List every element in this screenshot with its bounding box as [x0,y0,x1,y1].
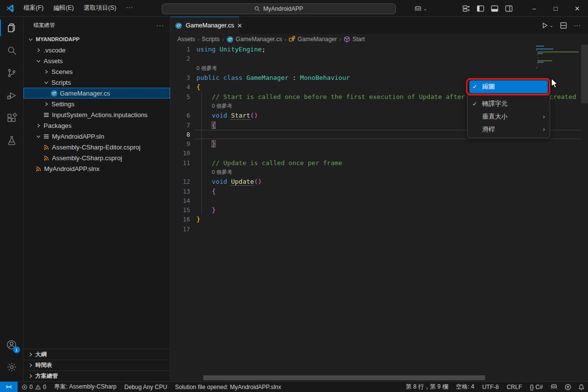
status-bar: >< 0 0 專案: Assembly-CSharp Debug Any CPU… [0,381,588,392]
explorer-more-actions-icon[interactable]: ··· [156,22,164,29]
tree-item-packages[interactable]: Packages [24,120,170,131]
codelens[interactable]: 0 個參考 [171,168,588,177]
tree-item-settings[interactable]: Settings [24,98,170,109]
line-number: 13 [171,188,190,195]
tree-item-assembly-csharp-editor-csproj[interactable]: Assembly-CSharp-Editor.csproj [24,142,170,152]
build-config-indicator[interactable]: Debug Any CPU [121,384,171,391]
tree-item-label: MyAndroidAPP.sln [52,133,104,140]
tree-item-label: GameManager.cs [60,90,110,97]
context-menu-item-label: 縮圖 [482,82,495,91]
cursor-position-indicator[interactable]: 第 8 行，第 9 欄 [402,383,452,391]
codelens[interactable]: 0 個參考 [171,64,588,73]
eol-indicator[interactable]: CRLF [503,384,526,391]
breadcrumb-item-gamemanager[interactable]: GameManager [289,36,337,43]
encoding-indicator[interactable]: UTF-8 [478,384,503,391]
context-menu-item-縮圖[interactable]: ✓縮圖 [469,80,548,93]
tree-item-assembly-csharp-csproj[interactable]: Assembly-CSharp.csproj [24,152,170,163]
toggle-primary-sidebar-icon[interactable] [477,5,484,12]
feedback-icon[interactable] [561,384,575,391]
svg-text:#: # [230,37,232,40]
code-line-17: 17 [171,224,588,234]
tab-close-icon[interactable]: ✕ [237,22,243,29]
minimap[interactable] [536,46,580,71]
context-menu-separator [468,95,549,96]
copilot-button[interactable]: ⌄ [414,3,427,14]
copilot-status-icon[interactable] [547,384,561,390]
line-number: 15 [171,206,190,214]
customize-layout-icon[interactable] [463,5,470,12]
breadcrumb-item-gamemanager-cs[interactable]: C#GameManager.cs [226,36,282,43]
menu-more[interactable]: ··· [122,2,137,14]
context-menu-item-垂直大小[interactable]: 垂直大小› [469,110,548,123]
csharp-file-icon: C# [50,90,58,97]
tree-item-myandroidapp-slnx[interactable]: MyAndroidAPP.slnx [24,163,170,174]
vertical-scrollbar[interactable] [581,45,588,103]
notifications-bell-icon[interactable] [575,384,588,391]
sidebar-section-方案總管[interactable]: 方案總管 [24,370,170,381]
code-line-9: 9 } [171,139,588,148]
problems-indicator[interactable]: 0 0 [18,384,50,391]
context-menu-item-轉譯字元[interactable]: ✓轉譯字元 [469,98,548,110]
chevron-right-icon [34,48,42,52]
settings-icon[interactable] [0,356,24,378]
context-menu-item-label: 滑桿 [482,125,495,134]
code-line-12: 12 void Update() [171,177,588,186]
run-debug-icon[interactable] [0,84,24,107]
run-dropdown-chevron-icon[interactable]: ⌄ [549,23,553,28]
horizontal-scrollbar[interactable] [203,375,485,380]
window-minimize-button[interactable]: – [523,0,545,17]
toggle-panel-icon[interactable] [491,5,498,12]
chevron-down-icon [34,59,42,63]
class-icon [289,36,295,43]
search-icon [254,6,260,12]
source-control-icon[interactable] [0,62,24,84]
submenu-chevron-icon: › [543,126,545,133]
sidebar-section-時間表[interactable]: 時間表 [24,360,170,370]
remote-indicator[interactable]: >< [0,382,18,392]
breadcrumb: Assets›Scripts›C#GameManager.cs›GameMana… [171,34,588,45]
search-icon[interactable] [0,39,24,62]
tree-item-assets[interactable]: Assets [24,55,170,66]
chevron-right-icon [26,363,34,368]
run-button[interactable]: ⌄ [541,22,553,29]
menu-file[interactable]: 檔案(F) [20,2,48,14]
toggle-secondary-sidebar-icon[interactable] [505,5,513,12]
chevron-down-icon: ⌄ [423,6,427,11]
context-menu-item-滑桿[interactable]: 滑桿› [469,123,548,136]
window-maximize-button[interactable]: □ [545,0,566,17]
tab-gamemanager[interactable]: C# GameManager.cs ✕ [171,17,239,34]
csharp-file-icon: C# [174,22,183,29]
line-number: 16 [171,216,190,223]
menu-selection[interactable]: 選取項目(S) [80,2,121,14]
tree-item--vscode[interactable]: .vscode [24,45,170,55]
sidebar-section-大綱[interactable]: 大綱 [24,349,170,360]
breadcrumb-separator: › [339,36,341,42]
window-close-button[interactable]: ✕ [566,0,588,17]
tab-bar: C# GameManager.cs ✕ ⌄ ··· [171,17,588,34]
breadcrumb-item-assets[interactable]: Assets [177,36,195,43]
breadcrumb-separator: › [285,36,287,42]
explorer-icon[interactable] [0,17,24,39]
project-indicator[interactable]: 專案: Assembly-CSharp [50,383,120,391]
language-mode-indicator[interactable]: {} C# [526,384,547,391]
menu-edit[interactable]: 編輯(E) [49,2,78,14]
split-editor-icon[interactable] [560,22,567,29]
rss-file-icon [34,166,43,172]
editor-more-actions-icon[interactable]: ··· [574,22,581,29]
checkmark-icon: ✓ [472,100,482,107]
tree-item-gamemanager-cs[interactable]: C#GameManager.cs [24,88,170,98]
line-number: 14 [171,197,190,204]
indentation-indicator[interactable]: 空格: 4 [452,383,478,391]
testing-icon[interactable] [0,129,24,152]
tree-item-scripts[interactable]: Scripts [24,77,170,88]
account-icon[interactable]: 1 [0,333,24,356]
breadcrumb-item-scripts[interactable]: Scripts [202,36,220,43]
breadcrumb-item-start[interactable]: Start [343,36,365,43]
tree-item-myandroidapp[interactable]: MYANDROIDAPP [24,34,170,45]
extensions-icon[interactable] [0,107,24,129]
solution-status[interactable]: Solution file opened: MyAndroidAPP.slnx [171,384,285,391]
tree-item-myandroidapp-sln[interactable]: MyAndroidAPP.sln [24,131,170,142]
command-center-search[interactable]: MyAndroidAPP [162,3,396,14]
tree-item-scenes[interactable]: Scenes [24,66,170,77]
tree-item-inputsystem-actions-inputactions[interactable]: InputSystem_Actions.inputactions [24,109,170,120]
